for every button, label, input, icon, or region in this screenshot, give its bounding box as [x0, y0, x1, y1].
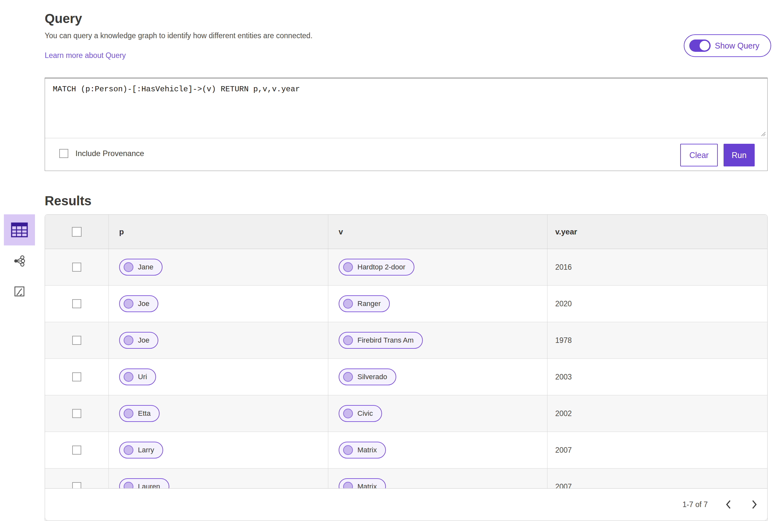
pagination-bar: 1-7 of 7	[45, 488, 768, 521]
pagination-range-label: 1-7 of 7	[682, 500, 708, 509]
column-header-v-year: v.year	[547, 215, 767, 249]
vehicle-pill[interactable]: Civic	[339, 405, 382, 422]
query-panel: MATCH (p:Person)-[:HasVehicle]->(v) RETU…	[45, 78, 768, 171]
toggle-switch-icon[interactable]	[689, 39, 710, 52]
v-year-cell: 1978	[547, 322, 767, 358]
row-checkbox[interactable]	[72, 409, 81, 418]
column-header-v: v	[328, 215, 547, 249]
v-year-cell: 2016	[547, 249, 767, 285]
vehicle-pill[interactable]: Ranger	[339, 295, 390, 312]
year-value: 2002	[555, 409, 572, 418]
node-circle-icon	[343, 299, 353, 309]
chevron-right-icon	[752, 500, 757, 509]
include-provenance-checkbox[interactable]	[59, 149, 68, 158]
person-pill[interactable]: Joe	[119, 295, 158, 312]
node-circle-icon	[124, 409, 133, 418]
table-row: JoeRanger2020	[45, 286, 767, 322]
person-pill[interactable]: Larry	[119, 442, 163, 458]
view-table-button[interactable]	[4, 214, 35, 245]
v-cell: Matrix	[328, 432, 547, 468]
table-icon	[11, 222, 28, 237]
node-circle-icon	[124, 335, 133, 345]
v-cell: Silverado	[328, 359, 547, 395]
node-label: Uri	[138, 373, 147, 381]
node-label: Joe	[138, 300, 149, 308]
toggle-knob	[700, 41, 709, 50]
chevron-left-icon	[726, 500, 731, 509]
node-label: Matrix	[357, 446, 377, 454]
node-label: Larry	[138, 446, 154, 454]
node-circle-icon	[343, 372, 353, 382]
v-year-cell: 2007	[547, 432, 767, 468]
query-input[interactable]: MATCH (p:Person)-[:HasVehicle]->(v) RETU…	[45, 78, 767, 138]
node-circle-icon	[124, 262, 133, 272]
p-cell: Larry	[109, 432, 328, 468]
node-label: Jane	[138, 263, 153, 271]
person-pill[interactable]: Etta	[119, 405, 159, 422]
node-label: Etta	[138, 409, 150, 418]
node-label: Joe	[138, 336, 149, 344]
node-circle-icon	[343, 409, 353, 418]
node-label: Firebird Trans Am	[357, 336, 414, 344]
table-row: UriSilverado2003	[45, 359, 767, 395]
select-all-checkbox[interactable]	[72, 227, 82, 237]
row-select-cell	[45, 322, 109, 358]
graph-icon	[14, 255, 25, 267]
node-label: Ranger	[357, 300, 381, 308]
vehicle-pill[interactable]: Silverado	[339, 368, 396, 385]
table-row: JoeFirebird Trans Am1978	[45, 322, 767, 359]
row-select-cell	[45, 359, 109, 395]
row-checkbox[interactable]	[72, 336, 81, 345]
node-circle-icon	[124, 372, 133, 382]
person-pill[interactable]: Jane	[119, 259, 162, 276]
learn-more-link[interactable]: Learn more about Query	[45, 51, 126, 60]
node-circle-icon	[343, 335, 353, 345]
table-row: JaneHardtop 2-door2016	[45, 249, 767, 286]
v-cell: Hardtop 2-door	[328, 249, 547, 285]
vehicle-pill[interactable]: Firebird Trans Am	[339, 332, 423, 349]
view-graph-button[interactable]	[4, 247, 35, 275]
year-value: 2007	[555, 446, 572, 455]
p-cell: Etta	[109, 395, 328, 432]
row-select-cell	[45, 432, 109, 468]
next-page-button[interactable]	[749, 497, 760, 512]
node-label: Silverado	[357, 373, 387, 381]
v-cell: Firebird Trans Am	[328, 322, 547, 358]
person-pill[interactable]: Joe	[119, 332, 158, 349]
p-cell: Uri	[109, 359, 328, 395]
prev-page-button[interactable]	[723, 497, 734, 512]
row-select-cell	[45, 395, 109, 432]
v-cell: Ranger	[328, 286, 547, 322]
year-value: 2020	[555, 300, 572, 308]
row-checkbox[interactable]	[72, 373, 81, 382]
year-value: 2016	[555, 263, 572, 272]
resize-handle-icon[interactable]	[760, 131, 766, 137]
p-cell: Joe	[109, 286, 328, 322]
row-checkbox[interactable]	[72, 262, 81, 272]
p-cell: Joe	[109, 322, 328, 358]
vehicle-pill[interactable]: Hardtop 2-door	[339, 259, 414, 276]
p-cell: Jane	[109, 249, 328, 285]
column-header-p: p	[109, 215, 328, 249]
table-header-row: p v v.year	[45, 215, 767, 249]
v-year-cell: 2002	[547, 395, 767, 432]
node-label: Civic	[357, 409, 373, 418]
row-select-cell	[45, 249, 109, 285]
year-value: 2003	[555, 373, 572, 382]
clear-button[interactable]: Clear	[680, 144, 718, 167]
page-title: Query	[45, 11, 82, 26]
results-table-body: JaneHardtop 2-door2016JoeRanger2020JoeFi…	[45, 249, 767, 505]
show-query-toggle[interactable]: Show Query	[684, 34, 771, 57]
node-circle-icon	[124, 445, 133, 455]
row-select-cell	[45, 286, 109, 322]
vehicle-pill[interactable]: Matrix	[339, 442, 386, 458]
person-pill[interactable]: Uri	[119, 368, 156, 385]
row-checkbox[interactable]	[72, 299, 81, 308]
row-checkbox[interactable]	[72, 445, 81, 455]
run-button[interactable]: Run	[724, 144, 755, 167]
table-row: LarryMatrix2007	[45, 432, 767, 468]
node-label: Hardtop 2-door	[357, 263, 405, 271]
results-title: Results	[45, 194, 92, 208]
view-map-button[interactable]	[4, 277, 35, 306]
v-year-cell: 2003	[547, 359, 767, 395]
